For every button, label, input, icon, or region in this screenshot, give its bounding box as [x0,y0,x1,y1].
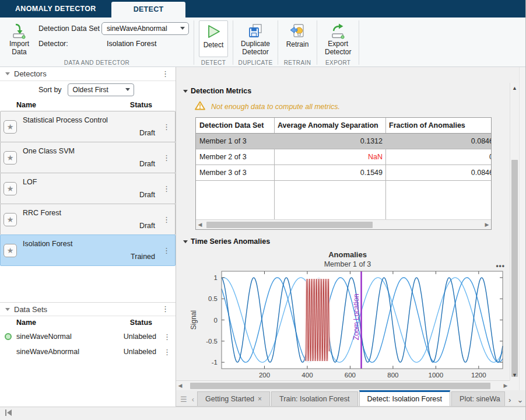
detector-status: Draft [139,191,155,199]
duplicate-detector-button[interactable]: Duplicate Detector [238,20,273,57]
document-tab[interactable]: Plot: sineWa [451,391,505,406]
datasets-list: sineWaveNormal Unlabeled ⋮ sineWaveAbnor… [0,329,176,359]
detection-data-set-dropdown[interactable]: sineWaveAbnormal [101,22,189,35]
table-row[interactable]: Member 3 of 3 0.1549 0.0846 [196,165,491,181]
anomalies-chart[interactable]: Anomalies Member 1 of 3 ••• Zoom Locatio… [188,250,507,380]
collapse-icon[interactable] [5,308,10,311]
duplicate-label-1: Duplicate [241,40,270,48]
document-tab[interactable]: Train: Isolation Forest [271,391,357,406]
svg-text:200: 200 [259,372,270,379]
scroll-up-arrow[interactable]: ▲ [510,85,519,91]
left-sidebar: Detectors ⋮ Sort by Oldest First Name St… [0,67,176,407]
scroll-right-arrow[interactable]: ▶ [483,222,491,228]
section-export: EXPORT [317,60,359,66]
scroll-left-arrow[interactable]: ◀ [176,383,184,388]
item-menu-icon[interactable]: ⋮ [163,123,170,131]
collapse-panel-icon[interactable] [4,409,13,418]
table-horizontal-scrollbar[interactable]: ◀ ▶ [196,219,491,229]
dataset-list-item[interactable]: sineWaveAbnormal Unlabeled ⋮ [0,344,176,359]
scroll-left-arrow[interactable]: ◀ [196,222,204,228]
time-series-anomalies-title: Time Series Anomalies [191,237,270,246]
ribbon-tab-bar: ANOMALY DETECTOR DETECT [0,0,525,18]
favorite-star-button[interactable]: ★ [3,244,17,257]
scrollbar-thumb[interactable] [190,383,490,389]
sort-dropdown[interactable]: Oldest First [68,83,134,96]
col-fraction-of-anomalies: Fraction of Anomalies [385,118,492,133]
anomalies-plot[interactable]: Zoom Location2004006008001000120010.50-0… [188,268,507,380]
chevron-right-icon[interactable]: › [506,396,513,404]
collapse-icon[interactable] [5,72,10,75]
detector-value: Isolation Forest [101,40,156,48]
detect-button[interactable]: Detect [199,20,228,57]
detector-list-item[interactable]: ★ Isolation Forest Trained ⋮ [0,235,176,266]
scroll-right-arrow[interactable]: ▶ [502,383,510,388]
item-menu-icon[interactable]: ⋮ [163,215,170,224]
item-menu-icon[interactable]: ⋮ [163,246,170,255]
dataset-list-item[interactable]: sineWaveNormal Unlabeled ⋮ [0,329,176,344]
vertical-scrollbar[interactable]: ▲ ▼ [510,83,519,380]
detection-metrics-table[interactable]: Detection Data Set Average Anomaly Separ… [195,117,492,230]
chevron-down-icon [180,27,185,30]
scrollbar-thumb[interactable] [511,160,518,377]
item-menu-icon[interactable]: ⋮ [163,184,170,193]
detector-list-item[interactable]: ★ RRC Forest Draft ⋮ [0,204,176,235]
doc-tab-label: Getting Started [205,395,254,403]
panel-menu-icon[interactable]: ⋮ [160,306,170,312]
svg-text:0.5: 0.5 [208,295,218,302]
detector-list-item[interactable]: ★ Statistical Process Control Draft ⋮ [0,111,176,142]
import-data-button[interactable]: Import Data [5,20,34,57]
doc-tab-label: Train: Isolation Forest [279,395,349,403]
document-tab[interactable]: Getting Started × [197,391,270,406]
item-menu-icon[interactable]: ⋮ [163,153,170,162]
import-data-label-1: Import [9,40,29,48]
detector-name: Isolation Forest [23,240,72,248]
cell-separation: NaN [274,149,385,164]
tab-list-icon[interactable]: ☰ [178,395,190,406]
table-row[interactable]: Member 2 of 3 NaN 0 [196,149,491,165]
detection-metrics-header[interactable]: Detection Metrics [183,87,510,95]
item-menu-icon[interactable]: ⋮ [163,332,171,341]
col-detection-data-set: Detection Data Set [196,118,274,133]
collapse-icon[interactable] [183,240,188,243]
detect-play-icon [205,22,222,41]
export-detector-button[interactable]: Export Detector [322,20,354,57]
tab-anomaly-detector[interactable]: ANOMALY DETECTOR [0,0,111,18]
scroll-down-arrow[interactable]: ▼ [510,372,519,378]
duplicate-detector-icon [247,22,264,40]
favorite-star-button[interactable]: ★ [3,213,17,226]
retrain-button[interactable]: Retrain [283,20,312,57]
chart-title: Anomalies [188,250,507,259]
item-menu-icon[interactable]: ⋮ [163,348,171,356]
export-detector-icon [329,22,347,40]
section-duplicate: DUPLICATE [233,60,278,66]
chevron-down-icon[interactable]: ⌄ [514,396,525,404]
document-tab[interactable]: Detect: Isolation Forest [359,390,451,406]
horizontal-scrollbar[interactable]: ◀ ▶ [176,380,510,390]
collapse-icon[interactable] [183,90,188,93]
detectors-column-headers: Name Status [0,99,176,111]
import-data-label-2: Data [12,48,26,56]
favorite-star-button[interactable]: ★ [3,120,17,134]
toolstrip-separator [359,20,359,65]
detector-name: Statistical Process Control [23,116,108,124]
group-detect: Detect DETECT [194,18,233,66]
tab-detect[interactable]: DETECT [111,2,186,18]
panel-menu-icon[interactable]: ⋮ [160,71,170,77]
detectors-panel-header[interactable]: Detectors ⋮ [0,67,176,81]
scrollbar-thumb[interactable] [206,222,373,228]
detector-list-item[interactable]: ★ LOF Draft ⋮ [0,173,176,204]
close-icon[interactable]: × [258,395,262,403]
chevron-left-icon[interactable]: ‹ [190,395,197,406]
doc-tab-label: Detect: Isolation Forest [367,395,443,403]
detector-list-item[interactable]: ★ One Class SVM Draft ⋮ [0,142,176,173]
doc-tab-label: Plot: sineWa [460,395,500,403]
time-series-anomalies-header[interactable]: Time Series Anomalies [183,237,510,246]
detector-status: Draft [139,129,155,137]
svg-text:-1: -1 [212,359,218,366]
cell-fraction: 0 [385,149,492,164]
favorite-star-button[interactable]: ★ [3,151,17,164]
datasets-panel-header[interactable]: Data Sets ⋮ [0,302,176,316]
table-row[interactable]: Member 1 of 3 0.1312 0.0846 [196,134,491,149]
favorite-star-button[interactable]: ★ [3,182,17,195]
axes-toolbar-icon[interactable]: ••• [496,262,505,270]
